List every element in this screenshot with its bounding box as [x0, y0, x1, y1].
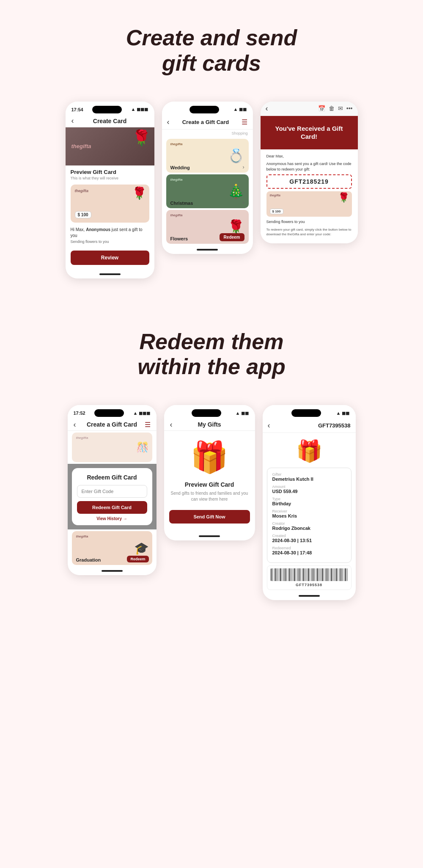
view-history-link[interactable]: View History → [77, 516, 147, 521]
phone1-sub-message: Sending flowers to you [66, 240, 154, 248]
trash-icon[interactable]: 🗑 [329, 105, 335, 112]
phone4-nav: ‹ Create a Gift Card ☰ [68, 419, 157, 431]
barcode-image [271, 568, 348, 581]
christmas-arrow: › [243, 200, 244, 206]
phone3-price: $ 100 [270, 209, 283, 214]
category-flowers[interactable]: thegifta 🌹 Flowers Redeem [166, 210, 249, 244]
section-2-hero: Redeem them within the app [0, 304, 423, 393]
redeemed-label: Redeemed [272, 546, 346, 550]
category-wedding[interactable]: thegifta 💍 Wedding › [166, 139, 249, 173]
notch-5 [192, 409, 221, 417]
phone6-barcode: GFT7395538 [267, 565, 352, 590]
christmas-brand: thegifta [170, 178, 183, 182]
calendar-icon[interactable]: 📅 [318, 105, 325, 112]
section-1-hero: Create and send gift cards [0, 0, 423, 89]
phone-3-email: ‹ 📅 🗑 ✉ ••• You've Received a Gift Card!… [261, 102, 358, 244]
time-1: 17:54 [71, 107, 83, 112]
status-icons-1: ▲ ◼◼◼ [131, 107, 148, 112]
back-arrow-3[interactable]: ‹ [266, 104, 268, 113]
gift-code-input[interactable] [77, 485, 147, 498]
phone1-price-tag: $ 100 [75, 211, 91, 218]
status-bar-2: --:-- ▲ ◼◼ [162, 102, 253, 115]
type-row: Type Birthday [272, 497, 346, 506]
phone6-nav: ‹ GFT7395538 [263, 419, 356, 433]
phone4-graduation-category[interactable]: thegifta 🎓 Graduation Redeem [72, 531, 152, 565]
email-icons: 📅 🗑 ✉ ••• [318, 105, 353, 112]
more-icon[interactable]: ••• [346, 105, 353, 112]
redeem-modal: Redeem Gift Card Redeem Gift Card View H… [72, 468, 152, 525]
flowers-redeem-button[interactable]: Redeem [220, 233, 244, 241]
barcode-number: GFT7395538 [271, 583, 348, 587]
wedding-label: Wedding [170, 165, 190, 170]
phone1-preview-title: Preview Gift Card [66, 165, 154, 176]
status-bar-4: 17:52 ▲ ◼◼◼ [68, 405, 157, 419]
graduation-redeem-button[interactable]: Redeem [127, 556, 148, 562]
notch-1 [92, 106, 122, 113]
phone3-mini-card: thegifta $ 100 🌹 [266, 191, 352, 217]
wedding-brand: thegifta [170, 142, 183, 146]
time-4: 17:52 [74, 411, 85, 416]
bottom-pill-5 [199, 535, 220, 537]
rose-decoration-1: 🌹 [132, 129, 151, 147]
status-icons-6: ▲ ◼◼ [336, 411, 350, 416]
graduation-label: Graduation [76, 557, 101, 562]
back-arrow-6[interactable]: ‹ [268, 421, 270, 430]
amount-value: USD 559.49 [272, 489, 346, 494]
type-value: Birthday [272, 501, 346, 506]
my-gifts-sub: Send gifts to friends and families and y… [169, 490, 250, 502]
p4-bg-brand: thegifta [76, 436, 88, 440]
phone2-title: Create a Gift Card [182, 119, 229, 125]
back-arrow-4[interactable]: ‹ [74, 420, 76, 429]
category-christmas[interactable]: thegifta 🎄 Christmas › [166, 174, 249, 208]
christmas-label: Christmas [170, 201, 193, 206]
notch-4 [94, 409, 124, 417]
redeemed-row: Redeemed 2024-08-30 | 17:48 [272, 546, 346, 555]
email-redeem-note: To redeem your gift card, simply click t… [266, 227, 352, 237]
flowers-brand: thegifta [170, 213, 183, 217]
phone1-bottom-bar [66, 270, 154, 278]
phone1-nav: ‹ Create Card [66, 115, 154, 127]
phone1-preview-brand: thegifta [75, 189, 89, 193]
phone1-review-button[interactable]: Review [71, 251, 149, 265]
phone5-nav: ‹ My Gifts [164, 419, 255, 431]
phone-4-redeem: 17:52 ▲ ◼◼◼ ‹ Create a Gift Card ☰ thegi… [68, 405, 157, 575]
redeem-gift-card-button[interactable]: Redeem Gift Card [77, 501, 147, 514]
back-arrow-5[interactable]: ‹ [170, 420, 173, 429]
gift-details-card: Gifter Demetrius Kutch II Amount USD 559… [267, 468, 352, 563]
notch-2 [190, 106, 219, 113]
status-icons-2: ▲ ◼◼ [233, 107, 247, 112]
creator-label: Creator [272, 521, 346, 526]
phone3-email-header: You've Received a Gift Card! [261, 116, 358, 149]
phone4-title: Create a Gift Card [87, 421, 137, 428]
phone-5-my-gifts: --:-- ▲ ◼◼ ‹ My Gifts 🎁 Preview Gift Car… [164, 405, 255, 540]
email-card-message: Sending flowers to you [266, 219, 352, 225]
phone-1-create-card: 17:54 ▲ ◼◼◼ ‹ Create Card thegifta 🌹 Pre… [66, 102, 154, 278]
back-arrow-1[interactable]: ‹ [71, 116, 74, 125]
p4-bg-emoji: 🎊 [136, 441, 149, 453]
created-label: Created [272, 534, 346, 538]
flowers-emoji: 🌹 [228, 219, 244, 235]
back-arrow-2[interactable]: ‹ [167, 118, 170, 127]
phones-row-2: 17:52 ▲ ◼◼◼ ‹ Create a Gift Card ☰ thegi… [0, 392, 423, 626]
phone1-preview-sub: This is what they will receive [66, 176, 154, 183]
phone2-nav: ‹ Create a Gift Card ☰ [162, 115, 253, 130]
message-bold: Anonymous [86, 227, 110, 232]
phone6-bottom-bar [263, 592, 356, 600]
message-pre: Hi Max, [71, 227, 86, 232]
gift-code-value: GFT2185219 [289, 178, 329, 185]
email-greeting: Dear Max, [266, 154, 352, 159]
mail-icon[interactable]: ✉ [338, 105, 343, 112]
send-gift-now-button[interactable]: Send Gift Now [169, 510, 250, 524]
phone3-email-body: Dear Max, Anonymous has sent you a gift … [261, 149, 358, 244]
headline-line1: Create and send [126, 25, 297, 50]
bottom-pill-4 [102, 570, 123, 572]
phone1-title: Create Card [93, 118, 126, 124]
amount-label: Amount [272, 485, 346, 489]
email-body-text: Anonymous has sent you a gift card! Use … [266, 161, 352, 172]
menu-icon-2[interactable]: ☰ [242, 118, 247, 126]
phone5-content: 🎁 Preview Gift Card Send gifts to friend… [164, 431, 255, 532]
wedding-arrow: › [243, 164, 244, 170]
phone3-brand: thegifta [270, 194, 280, 197]
phone-2-categories: --:-- ▲ ◼◼ ‹ Create a Gift Card ☰ Shoppi… [162, 102, 253, 254]
menu-icon-4[interactable]: ☰ [145, 421, 151, 429]
